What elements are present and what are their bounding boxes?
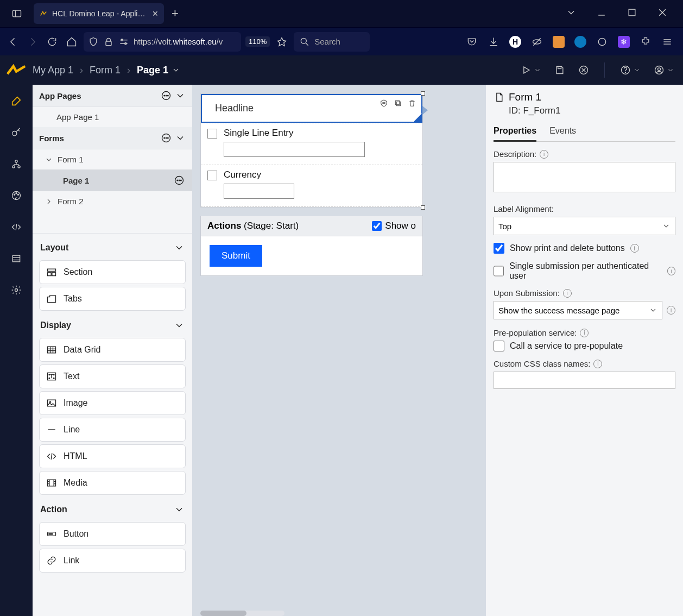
palette-line[interactable]: Line bbox=[39, 418, 186, 442]
info-icon[interactable]: i bbox=[630, 244, 639, 253]
widget-copy-icon[interactable] bbox=[392, 97, 404, 109]
tab-properties[interactable]: Properties bbox=[494, 122, 536, 142]
submit-button[interactable]: Submit bbox=[210, 245, 262, 267]
window-minimize-icon[interactable] bbox=[593, 5, 610, 22]
window-maximize-icon[interactable] bbox=[623, 5, 641, 22]
rail-settings-icon[interactable] bbox=[5, 279, 27, 301]
breadcrumb-form[interactable]: Form 1 bbox=[90, 65, 121, 76]
tree-app-page-1[interactable]: App Page 1 bbox=[33, 107, 192, 127]
tree-form-1[interactable]: Form 1 bbox=[33, 149, 192, 169]
horizontal-scrollbar[interactable] bbox=[200, 611, 284, 616]
ext-metamask-icon[interactable] bbox=[553, 36, 565, 48]
ext-h-icon[interactable]: H bbox=[509, 36, 521, 48]
nav-home-icon[interactable] bbox=[64, 34, 79, 49]
sidebar-toggle-icon[interactable] bbox=[3, 8, 30, 19]
palette-layout-head[interactable]: Layout bbox=[33, 236, 192, 257]
palette-action-head[interactable]: Action bbox=[33, 498, 192, 519]
show-checkbox[interactable] bbox=[372, 221, 382, 231]
ext-eye-icon[interactable] bbox=[531, 36, 543, 48]
nav-back-icon[interactable] bbox=[5, 34, 21, 49]
zoom-badge[interactable]: 110% bbox=[245, 36, 270, 47]
run-button[interactable] bbox=[521, 65, 541, 76]
dots-icon[interactable] bbox=[161, 90, 172, 101]
label-align-select[interactable]: Top bbox=[494, 217, 675, 235]
url-field[interactable]: https://volt.whitesoft.eu/v bbox=[84, 32, 241, 52]
rail-data-icon[interactable] bbox=[5, 248, 27, 269]
close-button[interactable] bbox=[578, 65, 589, 76]
headline-widget[interactable]: Headline bbox=[201, 94, 422, 123]
browser-tab[interactable]: HCL Domino Leap - Application ✕ bbox=[34, 3, 164, 24]
palette-button[interactable]: Button bbox=[39, 522, 186, 546]
rail-style-icon[interactable] bbox=[5, 185, 27, 206]
tree-form-2[interactable]: Form 2 bbox=[33, 191, 192, 211]
css-names-input[interactable] bbox=[494, 372, 675, 389]
nav-reload-icon[interactable] bbox=[45, 34, 60, 49]
chevron-down-icon[interactable] bbox=[175, 133, 186, 143]
widget-delete-icon[interactable] bbox=[406, 97, 418, 109]
resize-handle[interactable] bbox=[413, 114, 422, 122]
chevron-down-icon[interactable] bbox=[175, 90, 186, 101]
nav-forward-icon[interactable] bbox=[25, 34, 40, 49]
required-checkbox[interactable] bbox=[207, 129, 217, 139]
info-icon[interactable]: i bbox=[540, 150, 548, 159]
save-button[interactable] bbox=[554, 65, 565, 76]
currency-input[interactable] bbox=[224, 184, 294, 199]
help-button[interactable] bbox=[620, 65, 641, 76]
info-icon[interactable]: i bbox=[667, 306, 675, 315]
tab-events[interactable]: Events bbox=[549, 122, 576, 141]
chevron-down-icon[interactable] bbox=[172, 66, 180, 74]
ext-blue-icon[interactable] bbox=[574, 36, 586, 48]
bookmark-star-icon[interactable] bbox=[274, 34, 289, 49]
form-canvas[interactable]: Headline Single Line Entry bbox=[200, 93, 423, 208]
single-submission-checkbox[interactable] bbox=[494, 266, 504, 276]
ext-globe-icon[interactable] bbox=[596, 36, 608, 48]
palette-section[interactable]: Section bbox=[39, 260, 186, 284]
info-icon[interactable]: i bbox=[593, 360, 602, 368]
palette-display-head[interactable]: Display bbox=[33, 313, 192, 335]
breadcrumb-page[interactable]: Page 1 bbox=[137, 65, 168, 76]
call-service-checkbox[interactable] bbox=[494, 341, 504, 351]
resize-handle[interactable] bbox=[421, 205, 425, 210]
tabs-dropdown-icon[interactable] bbox=[562, 5, 580, 22]
outline-app-pages-header[interactable]: App Pages bbox=[33, 85, 192, 107]
new-tab-button[interactable]: + bbox=[167, 7, 183, 21]
single-line-input[interactable] bbox=[224, 142, 365, 157]
rail-design-icon[interactable] bbox=[5, 90, 27, 112]
tree-page-1[interactable]: Page 1 bbox=[33, 169, 192, 191]
palette-link[interactable]: Link bbox=[39, 549, 186, 573]
palette-data-grid[interactable]: Data Grid bbox=[39, 338, 186, 362]
palette-html[interactable]: HTML bbox=[39, 444, 186, 468]
breadcrumb-app[interactable]: My App 1 bbox=[33, 65, 73, 76]
rail-workflow-icon[interactable] bbox=[5, 153, 27, 175]
info-icon[interactable]: i bbox=[667, 267, 675, 275]
app-logo-icon[interactable] bbox=[0, 55, 33, 85]
extensions-icon[interactable] bbox=[640, 36, 652, 48]
tab-close-icon[interactable]: ✕ bbox=[152, 9, 159, 18]
window-close-icon[interactable] bbox=[654, 5, 671, 22]
resize-handle[interactable] bbox=[421, 91, 425, 96]
description-input[interactable] bbox=[494, 162, 675, 192]
insert-arrow-icon[interactable] bbox=[422, 106, 428, 115]
palette-image[interactable]: Image bbox=[39, 391, 186, 415]
info-icon[interactable]: i bbox=[563, 289, 572, 298]
rail-access-icon[interactable] bbox=[5, 122, 27, 143]
app-menu-icon[interactable] bbox=[661, 36, 673, 48]
upon-submission-select[interactable]: Show the success message page bbox=[494, 301, 662, 319]
browser-search-field[interactable]: Search bbox=[294, 32, 370, 52]
palette-tabs[interactable]: Tabs bbox=[39, 287, 186, 311]
widget-settings-icon[interactable] bbox=[378, 97, 390, 109]
info-icon[interactable]: i bbox=[580, 329, 589, 337]
downloads-icon[interactable] bbox=[488, 36, 499, 48]
show-print-checkbox[interactable] bbox=[494, 243, 504, 254]
required-checkbox[interactable] bbox=[207, 171, 217, 180]
single-line-widget[interactable]: Single Line Entry bbox=[201, 123, 422, 165]
dots-icon[interactable] bbox=[174, 175, 185, 186]
pocket-icon[interactable] bbox=[466, 36, 478, 48]
dots-icon[interactable] bbox=[161, 133, 172, 143]
outline-forms-header[interactable]: Forms bbox=[33, 127, 192, 149]
ext-snowflake-icon[interactable]: ❄ bbox=[618, 36, 630, 48]
user-button[interactable] bbox=[654, 65, 674, 76]
currency-widget[interactable]: Currency bbox=[201, 165, 422, 207]
palette-text[interactable]: Text bbox=[39, 364, 186, 388]
palette-media[interactable]: Media bbox=[39, 471, 186, 495]
